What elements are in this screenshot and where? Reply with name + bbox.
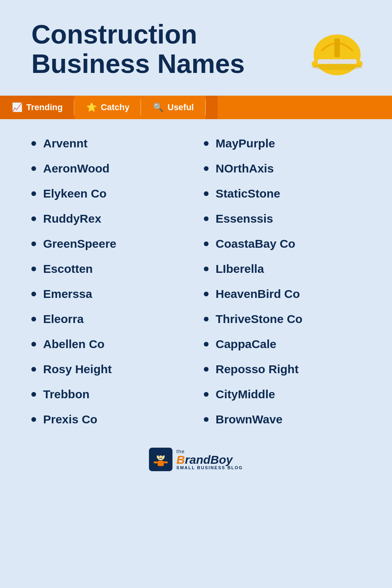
list-item: GreenSpeere [24,231,196,256]
list-item: CoastaBay Co [196,231,368,256]
tab-useful-label: Useful [167,102,194,113]
bullet-icon [31,241,36,246]
bullet-icon [31,141,36,146]
list-item: NOrthAxis [196,156,368,181]
name-prexis: Prexis Co [43,412,97,426]
name-citymiddle: CityMiddle [216,387,275,401]
name-staticstone: StaticStone [216,187,280,201]
name-escotten: Escotten [43,262,93,276]
bullet-icon [31,292,36,296]
list-item: Emerssa [24,281,196,307]
tab-trending[interactable]: 📈 Trending [0,96,74,119]
logo-text: the BrandBoy SMALL BUSINESS BLOG [176,449,243,470]
name-essenssis: Essenssis [216,212,273,226]
bullet-icon [31,191,36,196]
bullet-icon [204,216,209,221]
list-item: Escotten [24,256,196,281]
footer: the BrandBoy SMALL BUSINESS BLOG [149,448,243,471]
list-item: MayPurple [196,131,368,156]
logo-sub-text: SMALL BUSINESS BLOG [176,466,243,470]
page-title-line1: Construction [31,20,245,49]
svg-rect-10 [158,461,164,466]
header: Construction Business Names [0,0,392,96]
name-arvennt: Arvennt [43,136,87,151]
name-trebbon: Trebbon [43,387,89,401]
list-item: Rosy Height [24,357,196,382]
title-block: Construction Business Names [31,20,245,78]
construction-helmet-icon [306,24,368,88]
name-maypurple: MayPurple [216,136,275,151]
svg-rect-2 [318,59,357,64]
bullet-icon [31,417,36,422]
list-item: AeronWood [24,156,196,181]
right-column: MayPurple NOrthAxis StaticStone Essenssi… [196,131,368,432]
bullet-icon [204,141,209,146]
name-reposso: Reposso Right [216,362,299,376]
list-item: ThriveStone Co [196,307,368,332]
bullet-icon [204,317,209,321]
bullet-icon [204,241,209,246]
name-aeronwood: AeronWood [43,162,109,176]
bullet-icon [31,342,36,347]
tabs-bar: 📈 Trending ⭐ Catchy 🔍 Useful [0,96,392,119]
name-eleorra: Eleorra [43,312,83,326]
bullet-icon [204,367,209,372]
page-title-line2: Business Names [31,49,245,78]
tab-catchy-label: Catchy [101,102,129,113]
list-item: Arvennt [24,131,196,156]
name-rosy-height: Rosy Height [43,362,112,376]
name-emerssa: Emerssa [43,287,92,301]
name-elykeen: Elykeen Co [43,187,107,201]
bullet-icon [31,216,36,221]
bullet-icon [31,166,36,171]
name-cappacale: CappaCale [216,337,276,351]
name-heavenbird: HeavenBird Co [216,287,300,301]
name-liberella: LIberella [216,262,264,276]
trending-icon: 📈 [12,102,22,113]
list-item: Trebbon [24,382,196,407]
bullet-icon [204,191,209,196]
tab-catchy[interactable]: ⭐ Catchy [74,96,141,119]
name-northaxis: NOrthAxis [216,162,274,176]
bullet-icon [31,267,36,271]
tab-bar-end [206,96,218,119]
list-item: Essenssis [196,206,368,231]
list-item: CappaCale [196,332,368,357]
bullet-icon [204,166,209,171]
tab-useful[interactable]: 🔍 Useful [141,96,205,119]
name-thrivestone: ThriveStone Co [216,312,303,326]
list-item: Abellen Co [24,332,196,357]
list-item: RuddyRex [24,206,196,231]
bullet-icon [31,392,36,397]
tab-trending-label: Trending [26,102,63,113]
brandboy-logo: the BrandBoy SMALL BUSINESS BLOG [149,448,243,471]
list-item: BrownWave [196,407,368,432]
bullet-icon [204,342,209,347]
list-item: CityMiddle [196,382,368,407]
name-ruddyrex: RuddyRex [43,212,101,226]
left-column: Arvennt AeronWood Elykeen Co RuddyRex Gr… [24,131,196,432]
brandboy-logo-icon [149,448,172,471]
svg-rect-12 [164,461,168,463]
name-greenspeere: GreenSpeere [43,237,116,251]
bullet-icon [204,267,209,271]
list-item: StaticStone [196,181,368,206]
catchy-icon: ⭐ [86,102,97,113]
bullet-icon [31,317,36,321]
list-item: HeavenBird Co [196,281,368,307]
bullet-icon [204,392,209,397]
name-abellen: Abellen Co [43,337,105,351]
list-item: Reposso Right [196,357,368,382]
svg-point-4 [312,64,363,70]
name-brownwave: BrownWave [216,412,283,426]
bullet-icon [204,292,209,296]
svg-rect-11 [154,461,158,463]
list-item: Prexis Co [24,407,196,432]
list-item: Eleorra [24,307,196,332]
names-section: Arvennt AeronWood Elykeen Co RuddyRex Gr… [0,119,392,440]
list-item: Elykeen Co [24,181,196,206]
logo-brand-text: BrandBoy [176,454,232,466]
name-coastabay: CoastaBay Co [216,237,295,251]
list-item: LIberella [196,256,368,281]
bullet-icon [31,367,36,372]
